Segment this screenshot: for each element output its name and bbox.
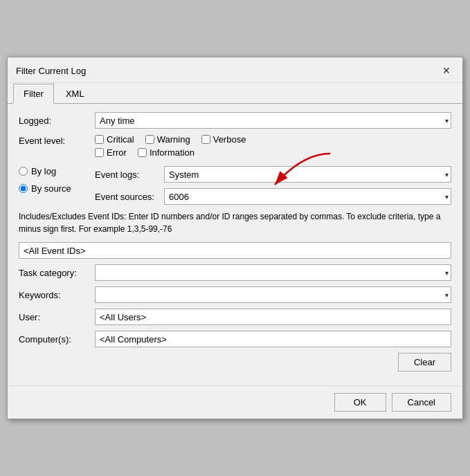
keywords-control: ▾: [95, 286, 451, 303]
checkbox-information[interactable]: Information: [138, 147, 195, 158]
event-logs-row: Event logs: System ▾: [95, 166, 451, 183]
event-ids-info: Includes/Excludes Event IDs: Enter ID nu…: [19, 210, 451, 235]
logged-label: Logged:: [19, 116, 95, 126]
checkbox-warning[interactable]: Warning: [145, 134, 190, 145]
radio-by-log[interactable]: By log: [19, 166, 95, 176]
task-category-row: Task category: ▾: [19, 264, 451, 281]
title-bar: Filter Current Log ✕: [8, 57, 462, 83]
checkboxes-row-1: Critical Warning Verbose: [95, 134, 451, 145]
dialog-content: Logged: Any time ▾ Event level: Critical: [8, 104, 462, 385]
user-control: [95, 309, 451, 325]
radio-group: By log By source: [19, 166, 95, 205]
keywords-select-wrapper: ▾: [95, 286, 451, 303]
event-logs-select[interactable]: System: [164, 166, 451, 183]
event-sources-select[interactable]: 6006: [164, 188, 451, 205]
ok-button[interactable]: OK: [334, 393, 386, 412]
user-row: User:: [19, 309, 451, 325]
checkbox-critical-label: Critical: [107, 134, 134, 145]
event-sources-wrapper: 6006 ▾: [164, 188, 451, 205]
computers-input[interactable]: [95, 331, 451, 347]
checkbox-verbose[interactable]: Verbose: [201, 134, 246, 145]
cancel-button[interactable]: Cancel: [392, 393, 451, 412]
task-category-select[interactable]: [95, 264, 451, 281]
event-log-source-area: Event logs: System ▾ Event sources:: [95, 166, 451, 205]
checkbox-critical[interactable]: Critical: [95, 134, 134, 145]
logged-select-wrapper: Any time ▾: [95, 112, 451, 129]
computers-control: [95, 331, 451, 347]
event-level-section: Event level: Critical Warning Verbose: [19, 134, 451, 161]
tab-filter[interactable]: Filter: [13, 84, 54, 104]
event-sources-row: Event sources: 6006: [95, 188, 451, 205]
keywords-row: Keywords: ▾: [19, 286, 451, 303]
radio-by-source-input[interactable]: [19, 184, 28, 193]
radio-by-source[interactable]: By source: [19, 183, 95, 194]
tab-xml[interactable]: XML: [55, 84, 95, 104]
event-logs-label: Event logs:: [95, 170, 164, 180]
checkbox-warning-input[interactable]: [145, 135, 154, 144]
checkbox-information-label: Information: [150, 147, 195, 158]
radio-by-source-label: By source: [31, 183, 71, 194]
task-category-select-wrapper: ▾: [95, 264, 451, 281]
event-level-label: Event level:: [19, 134, 95, 161]
event-level-checkboxes: Critical Warning Verbose Error: [95, 134, 451, 161]
clear-button[interactable]: Clear: [398, 353, 451, 372]
checkbox-error-label: Error: [107, 147, 127, 158]
task-category-label: Task category:: [19, 268, 95, 278]
logged-control: Any time ▾: [95, 112, 451, 129]
logged-row: Logged: Any time ▾: [19, 112, 451, 129]
radio-by-log-label: By log: [31, 166, 56, 176]
clear-section: Clear: [19, 353, 451, 372]
user-input[interactable]: [95, 309, 451, 325]
radio-by-log-input[interactable]: [19, 167, 28, 176]
checkbox-critical-input[interactable]: [95, 135, 104, 144]
checkbox-verbose-label: Verbose: [213, 134, 246, 145]
checkbox-error-input[interactable]: [95, 148, 104, 157]
event-logs-select-wrapper: System ▾: [164, 166, 451, 183]
computers-row: Computer(s):: [19, 331, 451, 347]
task-category-control: ▾: [95, 264, 451, 281]
filter-dialog: Filter Current Log ✕ Filter XML Logged: …: [7, 57, 463, 419]
close-button[interactable]: ✕: [439, 63, 454, 78]
computers-label: Computer(s):: [19, 334, 95, 345]
dialog-title: Filter Current Log: [16, 66, 86, 76]
checkbox-error[interactable]: Error: [95, 147, 127, 158]
checkbox-warning-label: Warning: [157, 134, 190, 145]
keywords-select[interactable]: [95, 286, 451, 303]
keywords-label: Keywords:: [19, 290, 95, 300]
checkbox-verbose-input[interactable]: [201, 135, 210, 144]
log-source-section: By log By source Event logs: System ▾: [19, 166, 451, 205]
tab-bar: Filter XML: [8, 83, 462, 104]
checkboxes-row-2: Error Information: [95, 147, 451, 158]
event-ids-input[interactable]: [19, 242, 451, 259]
checkbox-information-input[interactable]: [138, 148, 147, 157]
user-label: User:: [19, 312, 95, 322]
event-sources-label: Event sources:: [95, 192, 164, 202]
logged-select[interactable]: Any time: [95, 112, 451, 129]
footer-buttons: OK Cancel: [8, 385, 462, 419]
